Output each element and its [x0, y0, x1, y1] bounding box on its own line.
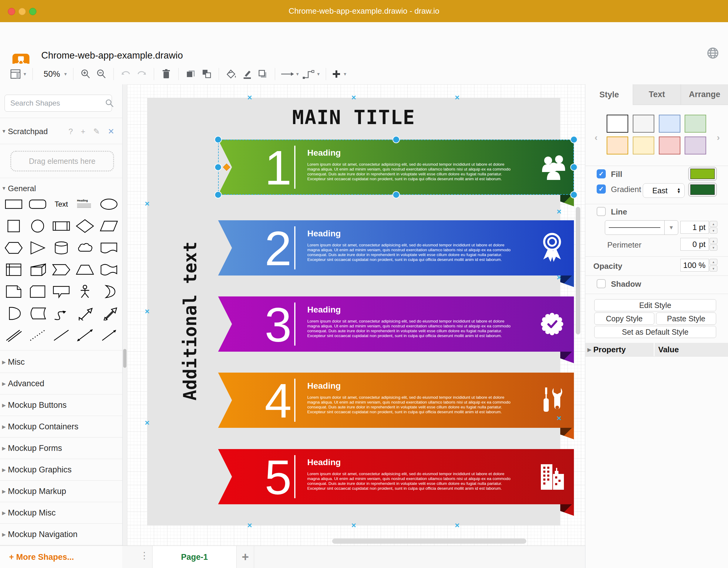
view-mode-button[interactable]: ▼ [10, 67, 27, 81]
language-globe-icon[interactable] [706, 46, 720, 60]
shape-and[interactable] [2, 306, 25, 320]
selection-handle[interactable] [214, 164, 222, 171]
scratchpad-close-icon[interactable]: ✕ [108, 127, 114, 136]
shape-circle[interactable] [25, 219, 49, 233]
perimeter-stepper[interactable]: ▲▼ [709, 238, 717, 251]
swatch-next-icon[interactable]: › [717, 132, 720, 143]
fill-color-button[interactable] [224, 67, 238, 81]
scratchpad-help-icon[interactable]: ? [69, 127, 73, 136]
style-swatch-5[interactable] [633, 137, 654, 154]
selection-handle[interactable] [570, 164, 578, 171]
tab-text[interactable]: Text [633, 84, 680, 105]
line-width-stepper[interactable]: ▲▼ [709, 221, 717, 234]
selection-handle[interactable] [570, 136, 578, 143]
sidebar-scrollbar-thumb[interactable] [123, 349, 126, 368]
sidebar-scrollbar[interactable] [123, 84, 127, 546]
tab-arrange[interactable]: Arrange [681, 84, 728, 105]
add-page-button[interactable]: + [242, 550, 249, 564]
shape-rectangle[interactable] [2, 197, 25, 211]
shape-curve[interactable] [49, 306, 73, 320]
sidebar-section-mockup-graphics[interactable]: ▶Mockup Graphics [0, 459, 122, 481]
sidebar-section-misc[interactable]: ▶Misc [0, 351, 122, 373]
delete-button[interactable] [160, 67, 173, 81]
shape-callout[interactable] [49, 285, 73, 299]
shape-or[interactable] [97, 285, 121, 299]
fill-checkbox[interactable]: ✓ [597, 169, 606, 178]
shadow-checkbox[interactable] [597, 279, 606, 288]
waypoint-style-button[interactable]: ▼ [302, 67, 321, 81]
line-width-input[interactable]: 1 pt [680, 221, 709, 234]
shape-link[interactable] [2, 328, 25, 342]
style-swatch-1[interactable] [633, 115, 654, 133]
sidebar-section-mockup-forms[interactable]: ▶Mockup Forms [0, 438, 122, 459]
gradient-direction-dropdown[interactable]: East ▲▼ [643, 183, 685, 198]
line-color-button[interactable] [240, 67, 254, 81]
pages-menu-icon[interactable]: ⋮ [140, 550, 149, 561]
scratchpad-add-icon[interactable]: + [81, 127, 85, 136]
swatch-prev-icon[interactable]: ‹ [595, 132, 598, 143]
shape-double-arrow[interactable] [73, 328, 97, 342]
selection-handle[interactable] [214, 191, 222, 198]
scratchpad-drop-zone[interactable]: Drag elements here [10, 151, 114, 171]
shape-square[interactable] [2, 219, 25, 233]
drawing-canvas[interactable]: MAIN TITLE Additional text 1 Heading Lor… [127, 84, 585, 546]
shape-textbox[interactable]: Heading [73, 197, 97, 211]
line-checkbox[interactable] [597, 207, 606, 216]
infographic-main-title[interactable]: MAIN TITLE [147, 106, 560, 129]
connection-style-button[interactable]: ▼ [281, 67, 300, 81]
opacity-stepper[interactable]: ▲▼ [709, 259, 717, 272]
copy-style-button[interactable]: Copy Style [594, 313, 654, 325]
shape-directional-arrow[interactable] [97, 306, 121, 320]
style-swatch-3[interactable] [685, 115, 706, 133]
zoom-level-dropdown[interactable]: 50% ▼ [38, 67, 68, 81]
scratchpad-section-header[interactable]: ▼ Scratchpad ? + ✎ ✕ [0, 123, 122, 140]
scratchpad-edit-icon[interactable]: ✎ [93, 127, 100, 136]
general-section-header[interactable]: ▼ General [0, 181, 122, 196]
shape-text[interactable]: Text [49, 197, 73, 211]
shape-diamond[interactable] [73, 219, 97, 233]
to-front-button[interactable] [184, 67, 197, 81]
shape-process[interactable] [49, 219, 73, 233]
canvas-vertical-scrollbar-thumb[interactable] [576, 207, 580, 334]
more-shapes-button[interactable]: + More Shapes... [9, 553, 74, 562]
banner-2[interactable]: 2 Heading Lorem ipsum dolor sit amet, co… [218, 220, 574, 276]
property-table-header[interactable]: ▶Property Value [585, 343, 728, 357]
shape-dotted-line[interactable] [25, 328, 49, 342]
shape-note[interactable] [2, 285, 25, 299]
gradient-color-swatch[interactable] [688, 183, 717, 197]
sidebar-section-mockup-navigation[interactable]: ▶Mockup Navigation [0, 524, 122, 545]
zoom-in-button[interactable] [79, 67, 92, 81]
tab-style[interactable]: Style [585, 84, 633, 105]
banner-4[interactable]: 4 Heading Lorem ipsum dolor sit amet, co… [218, 373, 574, 428]
opacity-input[interactable]: 100 % [680, 259, 709, 272]
page-tab[interactable]: Page-1 [152, 546, 237, 568]
sidebar-section-mockup-containers[interactable]: ▶Mockup Containers [0, 416, 122, 438]
shape-internal-storage[interactable] [2, 263, 25, 277]
style-swatch-2[interactable] [659, 115, 680, 133]
shape-cloud[interactable] [73, 241, 97, 255]
banner-5[interactable]: 5 Heading Lorem ipsum dolor sit amet, co… [218, 449, 574, 504]
set-default-style-button[interactable]: Set as Default Style [594, 326, 716, 338]
sidebar-section-mockup-markup[interactable]: ▶Mockup Markup [0, 481, 122, 502]
shape-tape[interactable] [97, 263, 121, 277]
sidebar-section-mockup-misc[interactable]: ▶Mockup Misc [0, 502, 122, 524]
shape-parallelogram[interactable] [97, 219, 121, 233]
canvas-horizontal-scrollbar-thumb[interactable] [332, 539, 526, 544]
paste-style-button[interactable]: Paste Style [656, 313, 716, 325]
selection-handle[interactable] [393, 136, 400, 143]
gradient-checkbox[interactable]: ✓ [597, 184, 606, 194]
undo-button[interactable] [119, 67, 133, 81]
shape-hexagon[interactable] [2, 241, 25, 255]
shape-actor[interactable] [73, 285, 97, 299]
shape-rounded-rectangle[interactable] [25, 197, 49, 211]
selection-handle[interactable] [214, 136, 222, 143]
zoom-out-button[interactable] [95, 67, 108, 81]
edit-style-button[interactable]: Edit Style [594, 299, 716, 311]
shape-cube[interactable] [25, 263, 49, 277]
search-input[interactable] [10, 99, 105, 108]
shape-trapezoid[interactable] [73, 263, 97, 277]
shape-step[interactable] [49, 263, 73, 277]
selection-handle[interactable] [570, 191, 578, 198]
shadow-button[interactable] [256, 67, 269, 81]
style-swatch-6[interactable] [659, 137, 680, 154]
